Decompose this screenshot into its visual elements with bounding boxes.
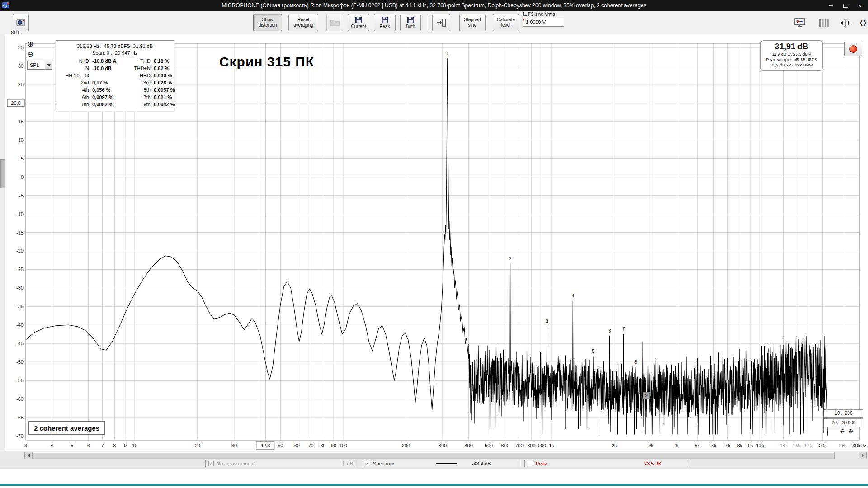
x-tick-label: 300 xyxy=(439,443,447,448)
scroll-right-button[interactable] xyxy=(859,452,867,459)
horizontal-scrollbar[interactable] xyxy=(0,451,868,459)
harmonic-label: 9 xyxy=(645,393,648,398)
vertical-scrollbar-thumb[interactable] xyxy=(0,159,5,188)
capture-device-button[interactable] xyxy=(13,14,29,31)
peak-checkbox[interactable] xyxy=(528,461,533,466)
db-unit-label: dB xyxy=(347,461,353,466)
y-tick-label: -70 xyxy=(16,433,24,439)
x-tick-label: 5k xyxy=(694,443,700,448)
dropdown-button[interactable] xyxy=(45,61,52,69)
y-tick-label: 10 xyxy=(18,137,24,143)
zoom-in-button[interactable] xyxy=(27,40,33,48)
x-tick-label: 400 xyxy=(464,443,472,448)
y-tick-label: 30 xyxy=(18,63,24,69)
zoom-out-button[interactable] xyxy=(27,51,33,58)
harmonic-label: 2 xyxy=(509,256,512,261)
info-label: 9th: xyxy=(128,101,152,108)
calibrate-level-button[interactable]: Calibrate level xyxy=(493,14,519,31)
harmonic-label: 1 xyxy=(446,51,449,56)
axis-corner-icon xyxy=(523,12,527,16)
x-tick-label: 60 xyxy=(294,443,300,448)
settings-button[interactable] xyxy=(854,15,868,31)
reset-averaging-button[interactable]: Reset averaging xyxy=(288,14,318,31)
averages-badge: 2 coherent averages xyxy=(28,421,105,435)
spectrum-color-swatch[interactable] xyxy=(436,463,457,464)
y-tick-label: -15 xyxy=(16,230,24,235)
info-label: N+D: xyxy=(59,58,90,65)
stepped-sine-button[interactable]: Stepped sine xyxy=(459,14,486,31)
x-tick-label: 200 xyxy=(402,443,410,448)
x-tick-label: 9 xyxy=(124,443,127,448)
record-button[interactable] xyxy=(844,42,862,56)
info-label: HH 10 .. 50 xyxy=(59,72,90,79)
floppy-icon xyxy=(407,16,415,24)
toolbar: Show distortion Reset averaging Current xyxy=(0,11,868,35)
open-wav-button[interactable] xyxy=(326,14,343,31)
harmonic-label: 6 xyxy=(608,328,611,333)
fs-sine-label: FS sine Vrms xyxy=(528,12,555,17)
cursor-readout: 316,63 Hz, -45,73 dBFS, 31,91 dB xyxy=(59,43,171,50)
harmonic-label: 8 xyxy=(634,359,637,365)
level-bars-button[interactable] xyxy=(816,15,833,31)
x-tick-label: 15k xyxy=(793,443,801,448)
x-zoom-controls: ⊖ ⊕ xyxy=(840,428,853,434)
y-tick-label: 35 xyxy=(18,45,24,50)
x-zoom-in-button[interactable]: ⊕ xyxy=(848,428,854,434)
level-big-value: 31,91 dB xyxy=(761,42,822,52)
close-button[interactable] xyxy=(854,1,866,9)
signal-output-icon xyxy=(436,18,447,27)
x-tick-label: 10k xyxy=(756,443,764,448)
harmonic-label: 4 xyxy=(571,293,574,298)
x-tick-label: 90 xyxy=(331,443,336,448)
scroll-left-button[interactable] xyxy=(24,452,33,459)
y-tick-label: -45 xyxy=(16,341,24,346)
x-tick-label: 7k xyxy=(725,443,731,448)
save-current-button[interactable]: Current xyxy=(348,14,369,31)
save-both-button[interactable]: Both xyxy=(400,14,421,31)
title-bar: MICROPHONE (Общая громкость) R on Микроф… xyxy=(0,0,868,11)
x-zoom-out-button[interactable]: ⊖ xyxy=(840,428,845,434)
spectrum-chart-area: 12345678935302520151050-5-10-15-20-25-30… xyxy=(0,34,868,451)
x-tick-label: 3 xyxy=(24,443,27,448)
y-axis-mode-dropdown[interactable]: SPL xyxy=(27,61,52,70)
maximize-icon xyxy=(843,4,848,8)
input-marker-icon xyxy=(523,19,525,21)
no-measurement-checkbox[interactable] xyxy=(208,461,214,466)
x-tick-label: 4 xyxy=(51,443,53,448)
x-tick-label: 6 xyxy=(87,443,90,448)
horizontal-scrollbar-thumb[interactable] xyxy=(33,452,835,459)
show-distortion-button[interactable]: Show distortion xyxy=(253,14,282,31)
generator-button[interactable] xyxy=(432,14,450,31)
arrow-left-icon xyxy=(28,454,30,457)
spectrum-checkbox[interactable] xyxy=(365,461,370,466)
vertical-bars-icon xyxy=(818,18,830,28)
x-tick-label: 700 xyxy=(515,443,523,448)
info-value: 0,82 % xyxy=(154,65,181,72)
peak-trace-section: Peak 23,5 dB xyxy=(524,460,689,467)
vertical-scrollbar[interactable] xyxy=(0,34,5,451)
x-tick-label: 50 xyxy=(278,443,283,448)
fs-sine-block: FS sine Vrms xyxy=(523,12,568,27)
x-tick-label: 70 xyxy=(308,443,314,448)
info-label: THD: xyxy=(128,58,152,65)
x-tick-label: 25k xyxy=(839,443,847,448)
fs-sine-input[interactable] xyxy=(523,18,564,27)
info-value xyxy=(92,72,127,79)
maximize-button[interactable] xyxy=(839,1,852,9)
pan-zoom-button[interactable] xyxy=(837,15,854,31)
info-value: 0,0097 % xyxy=(92,94,127,101)
x-tick-label: 30 xyxy=(231,443,237,448)
x-tick-label: 2k xyxy=(612,443,617,448)
window-controls xyxy=(825,0,866,11)
y-tick-label: -40 xyxy=(16,322,24,328)
save-peak-button[interactable]: Peak xyxy=(374,14,396,31)
window-title: MICROPHONE (Общая громкость) R on Микроф… xyxy=(0,0,868,11)
range-preset-20-20000-button[interactable]: 20 .. 20 000 xyxy=(824,418,863,427)
minimize-button[interactable] xyxy=(825,1,837,9)
info-label: 2nd: xyxy=(59,80,90,86)
info-label: 3rd: xyxy=(128,80,152,86)
y-axis-unit-label: SPL xyxy=(11,30,20,35)
range-preset-10-200-button[interactable]: 10 .. 200 xyxy=(824,409,863,418)
display-settings-button[interactable] xyxy=(791,15,808,31)
x-tick-label: 20 xyxy=(195,443,200,448)
